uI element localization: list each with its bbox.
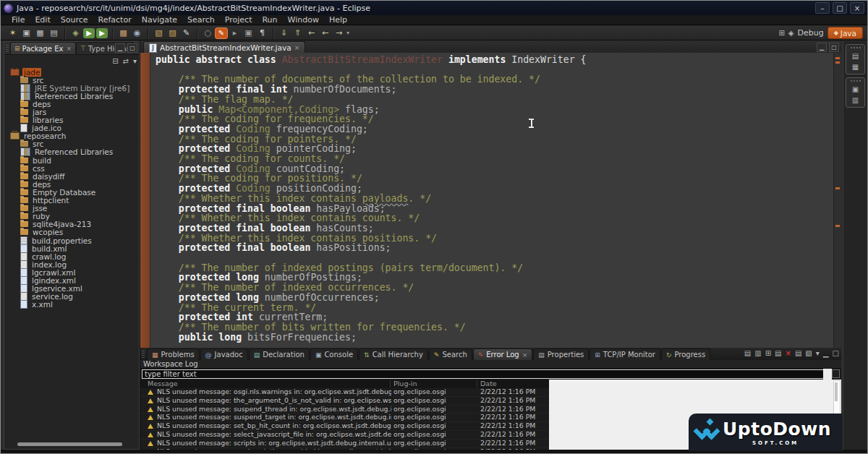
save-all-icon[interactable]: ▦	[34, 27, 46, 39]
minimized-view-icon[interactable]: ▦	[852, 63, 859, 71]
tree-item-src[interactable]: src	[4, 140, 138, 148]
tree-item-build-properties[interactable]: build.properties	[4, 236, 138, 244]
minimize-view-icon[interactable]: ▁	[823, 349, 829, 357]
close-button[interactable]: ×	[850, 2, 864, 14]
tree-item-httpclient[interactable]: httpclient	[4, 197, 138, 205]
back-icon[interactable]: ←	[305, 27, 318, 39]
tree-item-ruby[interactable]: ruby	[4, 213, 138, 220]
tab-console[interactable]: ▣Console	[310, 348, 358, 360]
menu-help[interactable]: Help	[324, 15, 352, 25]
menu-source[interactable]: Source	[56, 15, 93, 25]
code-line[interactable]: /** The coding for pointers. */	[156, 134, 833, 145]
tree-item-empty-database[interactable]: Empty Database	[4, 188, 138, 196]
code-line[interactable]: public abstract class AbstractBitStreamI…	[156, 55, 833, 65]
toggle-mark-occurrences-icon[interactable]: ○	[202, 27, 214, 39]
overview-ruler-mark[interactable]	[835, 225, 840, 227]
column-header-date[interactable]: Date	[480, 380, 497, 388]
new-icon[interactable]: ✶	[7, 27, 19, 39]
tab-progress[interactable]: ↻Progress	[661, 348, 710, 360]
next-edit-icon[interactable]: ▸	[229, 27, 241, 39]
tree-item-jre-system-library-jre6[interactable]: JRE System Library [jre6]	[4, 84, 138, 92]
code-line[interactable]: /** The coding for frequencies. */	[156, 114, 833, 124]
menu-navigate[interactable]: Navigate	[137, 15, 182, 25]
view-menu-icon[interactable]: ▾	[133, 57, 137, 65]
tab-call-hierarchy[interactable]: ⇅Call Hierarchy	[359, 348, 428, 360]
minimized-view-icon[interactable]: ▤	[852, 52, 859, 60]
overview-ruler-mark[interactable]	[835, 57, 840, 59]
code-line[interactable]: protected Coding pointerCoding;	[156, 144, 833, 154]
tab-tcpip-monitor[interactable]: ⊞TCP/IP Monitor	[590, 348, 660, 360]
drag-handle[interactable]	[6, 45, 9, 53]
minimize-button[interactable]: –	[815, 2, 830, 14]
tree-item-src[interactable]: src	[4, 76, 138, 84]
maximize-view-icon[interactable]: □	[829, 43, 839, 52]
new-java-project-icon[interactable]: ▩	[117, 27, 129, 39]
column-divider[interactable]	[477, 380, 477, 387]
menu-project[interactable]: Project	[220, 15, 258, 25]
next-annotation-icon[interactable]: ⇓	[278, 27, 290, 39]
delete-log-icon[interactable]: ×	[786, 349, 791, 357]
tree-item-crawl-log[interactable]: crawl.log	[4, 252, 138, 260]
minimized-view-icon[interactable]: ▥	[852, 96, 859, 104]
code-line[interactable]: protected Coding positionCoding;	[156, 184, 833, 194]
tree-item-referenced-libraries[interactable]: Referenced Libraries	[4, 92, 138, 100]
column-divider[interactable]	[390, 380, 391, 387]
code-line[interactable]: protected final boolean hasCounts;	[156, 223, 833, 234]
tree-item-build-xml[interactable]: build.xml	[4, 244, 138, 252]
code-line[interactable]: protected Coding countCoding;	[156, 164, 833, 174]
tab-declaration[interactable]: ▤Declaration	[249, 348, 310, 360]
annotation-ruler[interactable]	[140, 53, 150, 348]
forward-icon[interactable]: →	[333, 27, 345, 39]
sidebar-tab-package-explorer[interactable]: ⊞Package Ex×	[10, 42, 76, 54]
overview-ruler-mark[interactable]	[835, 187, 840, 189]
code-line[interactable]: /** The current term. */	[156, 303, 833, 313]
open-perspective-icon[interactable]: ⊞	[778, 29, 784, 37]
new-package-icon[interactable]: ▨	[166, 27, 179, 39]
open-type-icon[interactable]: ▧	[153, 27, 165, 39]
menu-refactor[interactable]: Refactor	[93, 15, 137, 25]
back-history-icon[interactable]: ←	[319, 27, 331, 39]
code-line[interactable]: /** The number of bits written for frequ…	[156, 322, 833, 333]
print-icon[interactable]: ▤	[48, 27, 60, 39]
debug-perspective-button[interactable]: Debug	[797, 28, 823, 38]
code-line[interactable]: /** The coding for counts. */	[156, 154, 833, 164]
code-line[interactable]: /** Whether this index contains position…	[156, 234, 833, 244]
filters-icon[interactable]: ▧	[805, 349, 812, 357]
code-line[interactable]: /** The flag map. */	[156, 95, 833, 105]
code-line[interactable]: protected Coding frequencyCoding;	[156, 124, 833, 134]
editor-tab[interactable]: J AbstractBitStreamIndexWriter.java ×	[143, 41, 305, 53]
link-with-editor-icon[interactable]: ⇄	[123, 57, 129, 65]
column-header-message[interactable]: Message	[148, 380, 178, 388]
tree-item-reposearch[interactable]: reposearch	[4, 132, 138, 140]
tree-item-lgservice-xml[interactable]: lgservice.xml	[4, 285, 138, 293]
tree-item-wcopies[interactable]: wcopies	[4, 228, 138, 236]
code-line[interactable]: protected final int numberOfDocuments;	[156, 85, 833, 95]
tree-item-index-log[interactable]: index.log	[4, 260, 138, 268]
menu-run[interactable]: Run	[257, 15, 282, 25]
code-line[interactable]: /** Whether this index contains payloads…	[156, 194, 833, 204]
java-editor-icon[interactable]: ✎	[180, 27, 192, 39]
tree-item-build[interactable]: build	[4, 156, 138, 164]
filter-input[interactable]	[142, 369, 825, 379]
code-line[interactable]: /** The coding for positions. */	[156, 174, 833, 184]
maximize-view-icon[interactable]: □	[127, 43, 137, 53]
open-log-icon[interactable]: ⊞	[765, 349, 771, 357]
maximize-button[interactable]: □	[833, 2, 847, 14]
close-icon[interactable]: ×	[294, 44, 300, 51]
menu-file[interactable]: File	[7, 15, 30, 25]
filter-clear-button[interactable]	[832, 369, 840, 378]
close-icon[interactable]: ×	[66, 45, 72, 52]
external-tools-icon[interactable]: ◉	[131, 27, 143, 39]
tree-item-daisydiff[interactable]: daisydiff	[4, 172, 138, 180]
restore-log-icon[interactable]: ▤	[775, 349, 781, 357]
export-log-icon[interactable]: ▤	[744, 349, 751, 357]
save-icon[interactable]: ▣	[20, 27, 33, 39]
tree-item-lgcrawl-xml[interactable]: lgcrawl.xml	[4, 268, 138, 276]
menu-search[interactable]: Search	[182, 15, 220, 25]
tree-item-jade-ico[interactable]: jade.ico	[4, 124, 138, 132]
minimize-view-icon[interactable]: ▁	[115, 43, 125, 53]
tree-item-jars[interactable]: jars	[4, 108, 138, 116]
tree-item-lgindex-xml[interactable]: lgindex.xml	[4, 276, 138, 284]
tree-item-x-xml[interactable]: x.xml	[4, 301, 138, 309]
import-log-icon[interactable]: ▥	[754, 349, 761, 357]
